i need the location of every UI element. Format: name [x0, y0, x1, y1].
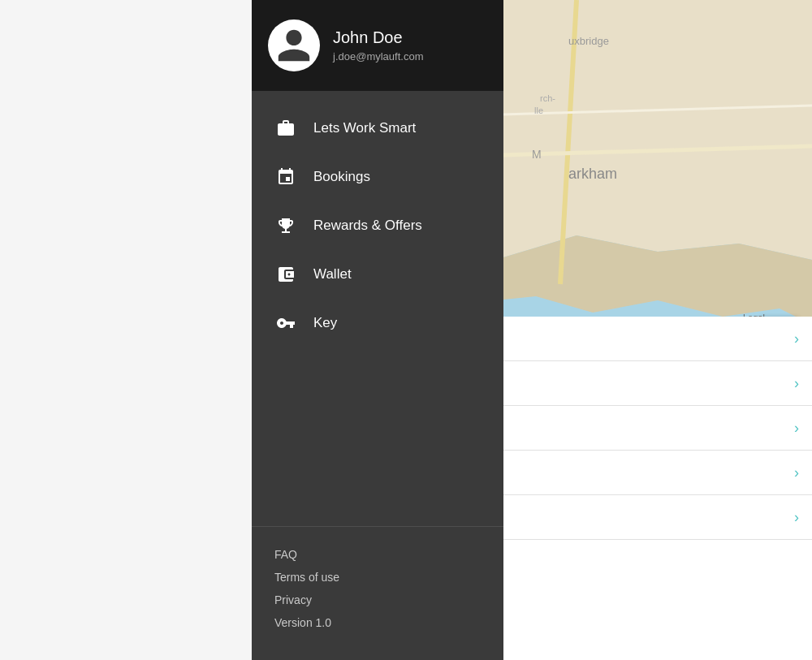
user-name: John Doe — [333, 28, 423, 47]
list-item-4[interactable]: › — [499, 451, 812, 495]
sidebar-item-label-bookings: Bookings — [313, 169, 370, 185]
sidebar-header: John Doe j.doe@mylauft.com — [252, 0, 503, 91]
sidebar-item-bookings[interactable]: Bookings — [252, 153, 503, 201]
list-item-2[interactable]: › — [499, 361, 812, 406]
sidebar-item-label-key: Key — [313, 315, 337, 331]
avatar — [268, 19, 320, 71]
sidebar-footer: FAQ Terms of use Privacy Version 1.0 — [252, 526, 503, 660]
chevron-right-icon-2: › — [794, 375, 799, 392]
sidebar-item-rewards[interactable]: Rewards & Offers — [252, 201, 503, 250]
chevron-right-icon-5: › — [794, 509, 799, 526]
svg-text:rch-: rch- — [540, 93, 555, 103]
list-item-1[interactable]: › — [499, 317, 812, 361]
briefcase-icon — [274, 117, 297, 140]
list-item-3[interactable]: › — [499, 406, 812, 451]
user-info: John Doe j.doe@mylauft.com — [333, 28, 423, 63]
right-panel: › › › › › — [499, 317, 812, 660]
faq-link[interactable]: FAQ — [274, 543, 481, 566]
sidebar-item-label-rewards: Rewards & Offers — [313, 218, 422, 234]
sidebar: John Doe j.doe@mylauft.com Lets Work Sma… — [252, 0, 503, 660]
sidebar-item-work-smart[interactable]: Lets Work Smart — [252, 104, 503, 153]
nav-items: Lets Work Smart Bookings Rewards & Offer… — [252, 91, 503, 526]
sidebar-item-label-work-smart: Lets Work Smart — [313, 120, 416, 136]
sidebar-item-label-wallet: Wallet — [313, 266, 352, 283]
list-item-5[interactable]: › — [499, 495, 812, 540]
key-icon — [274, 312, 297, 334]
svg-text:M: M — [532, 148, 542, 161]
svg-text:lle: lle — [534, 106, 543, 115]
privacy-link[interactable]: Privacy — [274, 589, 481, 611]
trophy-icon — [274, 214, 297, 237]
calendar-icon — [274, 166, 297, 188]
version-label: Version 1.0 — [274, 611, 481, 634]
chevron-right-icon-3: › — [794, 420, 799, 437]
wallet-icon — [274, 263, 297, 286]
sidebar-item-wallet[interactable]: Wallet — [252, 250, 503, 299]
user-email: j.doe@mylauft.com — [333, 50, 423, 63]
svg-text:arkham: arkham — [568, 166, 617, 182]
chevron-right-icon-1: › — [794, 330, 799, 347]
chevron-right-icon-4: › — [794, 464, 799, 481]
terms-link[interactable]: Terms of use — [274, 566, 481, 589]
svg-text:uxbridge: uxbridge — [568, 35, 609, 47]
sidebar-item-key[interactable]: Key — [252, 299, 503, 347]
